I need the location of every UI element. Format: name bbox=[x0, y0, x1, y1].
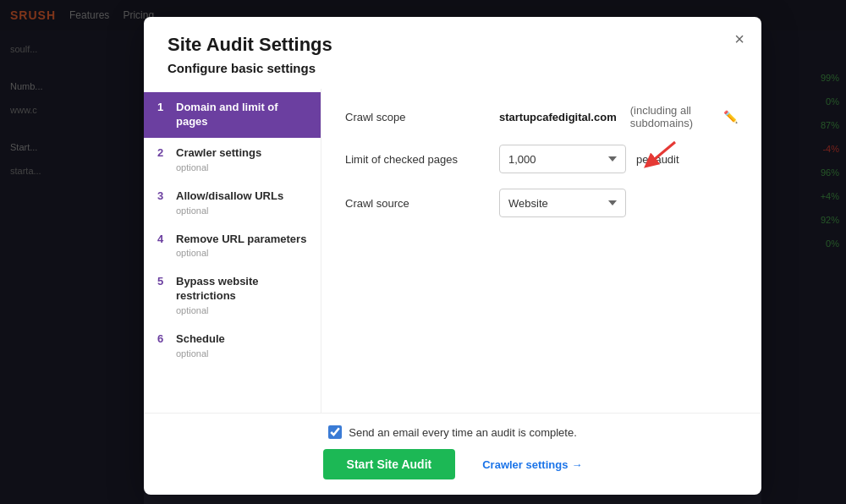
crawl-scope-domain: startupcafedigital.com bbox=[499, 111, 617, 123]
sidebar-item-2-header: 2 Crawler settings bbox=[157, 146, 307, 161]
source-select[interactable]: Website bbox=[499, 189, 626, 217]
sidebar-item-3-sub: optional bbox=[176, 205, 307, 216]
modal-title: Site Audit Settings bbox=[168, 34, 738, 56]
crawl-scope-row: Crawl scope startupcafedigital.com (incl… bbox=[345, 104, 738, 129]
sidebar-item-allow-disallow[interactable]: 3 Allow/disallow URLs optional bbox=[144, 181, 321, 224]
sidebar-item-6-sub: optional bbox=[176, 348, 307, 359]
sidebar-item-domain[interactable]: 1 Domain and limit of pages bbox=[144, 92, 321, 138]
sidebar-item-4-label: Remove URL parameters bbox=[176, 233, 306, 247]
sidebar-item-5-sub: optional bbox=[176, 305, 307, 315]
modal-body: 1 Domain and limit of pages 2 Crawler se… bbox=[144, 89, 761, 413]
crawl-scope-label: Crawl scope bbox=[345, 111, 489, 123]
limit-row: Limit of checked pages 1,000 per audit bbox=[345, 145, 738, 173]
crawler-link-arrow: → bbox=[571, 458, 582, 471]
start-audit-button[interactable]: Start Site Audit bbox=[323, 449, 456, 479]
sidebar-item-1-num: 1 bbox=[157, 101, 169, 113]
crawler-link-label: Crawler settings bbox=[482, 458, 568, 471]
sidebar-item-6-num: 6 bbox=[157, 332, 169, 345]
edit-domain-icon[interactable]: ✏️ bbox=[723, 110, 738, 123]
sidebar-item-bypass[interactable]: 5 Bypass website restrictions optional bbox=[144, 266, 321, 324]
red-arrow-svg bbox=[633, 138, 679, 172]
sidebar-item-crawler[interactable]: 2 Crawler settings optional bbox=[144, 138, 321, 181]
main-content: Crawl scope startupcafedigital.com (incl… bbox=[321, 89, 761, 413]
sidebar-item-5-header: 5 Bypass website restrictions bbox=[157, 275, 307, 304]
email-checkbox[interactable] bbox=[328, 425, 342, 439]
email-label: Send an email every time an audit is com… bbox=[349, 426, 577, 439]
sidebar-item-5-label: Bypass website restrictions bbox=[176, 275, 307, 304]
site-audit-modal: Site Audit Settings Configure basic sett… bbox=[144, 17, 761, 495]
sidebar-item-1-header: 1 Domain and limit of pages bbox=[157, 101, 307, 129]
sidebar-item-3-num: 3 bbox=[157, 189, 169, 202]
source-row: Crawl source Website bbox=[345, 189, 738, 217]
arrow-annotation bbox=[633, 138, 679, 175]
email-row: Send an email every time an audit is com… bbox=[168, 425, 738, 439]
sidebar-item-4-num: 4 bbox=[157, 233, 169, 245]
sidebar-item-2-label: Crawler settings bbox=[176, 146, 261, 161]
sidebar-item-3-label: Allow/disallow URLs bbox=[176, 189, 283, 204]
crawler-settings-link[interactable]: Crawler settings → bbox=[482, 458, 582, 471]
sidebar-item-remove-url[interactable]: 4 Remove URL parameters optional bbox=[144, 224, 321, 267]
close-button[interactable]: × bbox=[734, 30, 744, 47]
sidebar-item-schedule[interactable]: 6 Schedule optional bbox=[144, 324, 321, 367]
sidebar: 1 Domain and limit of pages 2 Crawler se… bbox=[144, 89, 321, 413]
sidebar-item-2-sub: optional bbox=[176, 162, 307, 173]
modal-footer: Send an email every time an audit is com… bbox=[144, 413, 761, 495]
modal-subtitle: Configure basic settings bbox=[168, 61, 738, 75]
limit-select[interactable]: 1,000 bbox=[499, 145, 626, 173]
modal-header: Site Audit Settings Configure basic sett… bbox=[144, 17, 761, 89]
crawl-scope-sub: (including all subdomains) bbox=[630, 104, 710, 129]
footer-buttons: Start Site Audit Crawler settings → bbox=[168, 449, 738, 479]
sidebar-item-4-sub: optional bbox=[176, 248, 307, 258]
sidebar-item-6-label: Schedule bbox=[176, 332, 225, 347]
sidebar-item-4-header: 4 Remove URL parameters bbox=[157, 233, 307, 247]
sidebar-item-2-num: 2 bbox=[157, 146, 169, 159]
limit-label: Limit of checked pages bbox=[345, 153, 489, 166]
source-label: Crawl source bbox=[345, 197, 489, 210]
sidebar-item-1-label: Domain and limit of pages bbox=[176, 101, 307, 129]
sidebar-item-5-num: 5 bbox=[157, 275, 169, 288]
sidebar-item-3-header: 3 Allow/disallow URLs bbox=[157, 189, 307, 204]
sidebar-item-6-header: 6 Schedule bbox=[157, 332, 307, 347]
